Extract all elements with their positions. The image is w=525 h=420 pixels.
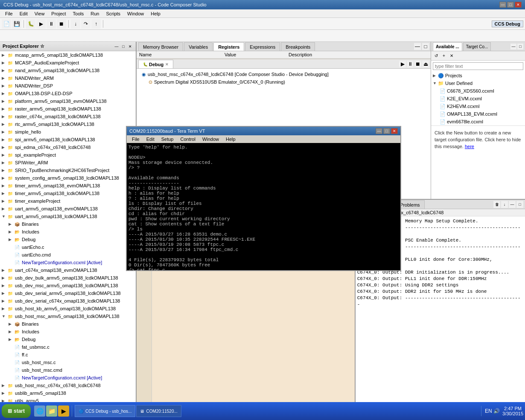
tree-item-usbmsc-binaries[interactable]: ▶📦Binaries (0, 320, 136, 328)
minimize-view-btn[interactable]: — (414, 43, 421, 50)
taskbar-media-btn[interactable]: ▶ (58, 405, 69, 417)
tree-item-raster-c674x[interactable]: ▶📁raster_c674x_omapl138_lcdkOMAPL138 (0, 113, 136, 120)
tree-item-platform[interactable]: ▶📁platform_armv5_omapl138_evmOMAPL138 (0, 97, 136, 105)
filter-input[interactable] (433, 62, 523, 70)
tree-item-usbmsc-includes[interactable]: ▶📂Includes (0, 328, 136, 335)
menu-window[interactable]: Window (124, 10, 147, 17)
targets-k2hevm-item[interactable]: 📄 K2HEVM.ccxml (431, 102, 525, 110)
targets-omapl138-item[interactable]: 📄 OMAPL138_EVM.ccxml (431, 110, 525, 118)
tree-item-uart-binaries[interactable]: ▶📦Binaries (0, 220, 136, 228)
maximize-view-btn[interactable]: □ (422, 43, 429, 50)
tree-item-uart-includes[interactable]: ▶📂Includes (0, 228, 136, 236)
debug-suspend-btn[interactable]: ⏸ (407, 61, 414, 67)
console-min-btn[interactable]: — (509, 201, 516, 208)
tree-item-srio[interactable]: ▶📁SRIO_TputBenchmarkingK2HC66TestProject (0, 166, 136, 174)
tree-item-uart-echo-cmd[interactable]: 📄uartEcho.cmd (0, 251, 136, 259)
clock[interactable]: 2:47 PM 3/30/2015 (502, 406, 523, 416)
tera-term-menu-help[interactable]: Help (222, 136, 239, 142)
tree-item-usb-host-msc-c674x[interactable]: ▶📁usb_host_msc_c674x_c6748_lcdkC6748 (0, 382, 136, 389)
tera-term-close-btn[interactable]: ✕ (391, 128, 398, 134)
tree-item-timer-lcdk[interactable]: ▶📁timer_armv5_omapl138_lcdkOMAPL138 (0, 190, 136, 197)
tab-registers[interactable]: Registers (213, 42, 244, 51)
minimize-button[interactable]: — (499, 2, 506, 8)
tree-item-usb-dev-msc[interactable]: ▶📁usb_dev_msc_armv5_omapl138_lcdkOMAPL13… (0, 282, 136, 289)
targets-evm6678-item[interactable]: 📄 evm6678le.ccxml (431, 118, 525, 125)
tab-expressions[interactable]: Expressions (245, 42, 280, 51)
tree-item-uart-lcdk[interactable]: ▼📁uart_armv5_omapl138_lcdkOMAPL138 (0, 213, 136, 220)
taskbar-ie-btn[interactable]: 🌐 (34, 405, 45, 417)
targets-projects-item[interactable]: ▶ 🔵 Projects (431, 72, 525, 79)
tree-item-fat-usbmsc[interactable]: 📄fat_usbmsc.c (0, 343, 136, 351)
tera-term-menu-control[interactable]: Control (177, 136, 198, 142)
menu-scripts[interactable]: Scripts (102, 10, 124, 17)
tree-item-usb-host-msc-cmd[interactable]: 📄usb_host_msc.cmd (0, 366, 136, 374)
menu-help[interactable]: Help (147, 10, 164, 17)
debug-disconnect-btn[interactable]: ⏏ (422, 61, 429, 67)
close-panel-btn[interactable]: ✕ (127, 44, 133, 50)
taskbar-folder-btn[interactable]: 📁 (46, 405, 57, 417)
console-clear-btn[interactable]: 🗑 (493, 201, 500, 208)
debug-tab-close[interactable]: ✕ (165, 62, 169, 67)
tree-item-spi-armv5[interactable]: ▶📁spi_armv5_omapl138_lcdkOMAPL138 (0, 136, 136, 143)
tab-variables[interactable]: Variables (184, 42, 213, 51)
tera-term-max-btn[interactable]: □ (383, 128, 390, 134)
tree-item-uart-c674x[interactable]: ▶📁uart_c674x_omapl138_evmOMAPL138 (0, 266, 136, 274)
tree-item-syscfg[interactable]: ▶📁system_config_armv5_omapl138_lcdkOMAPL… (0, 174, 136, 182)
tree-item-nandwriter-arm[interactable]: ▶📁NANDWriter_ARM (0, 74, 136, 82)
tree-item-timer-example[interactable]: ▶📁timer_exampleProject (0, 197, 136, 205)
tab-debug[interactable]: 🐛 Debug ✕ (138, 60, 173, 68)
menu-tools[interactable]: Tools (70, 10, 88, 17)
tab-available[interactable]: Available ... (433, 42, 462, 51)
tree-item-usblib[interactable]: ▶📁usblib_armv5_omapl138 (0, 389, 136, 397)
step-return-button[interactable]: ↑ (91, 19, 101, 29)
perspective-ccs-debug[interactable]: CCS Debug (492, 20, 524, 27)
menu-edit[interactable]: Edit (16, 10, 31, 17)
project-tree[interactable]: ▶📁mcasp_armv5_omapl138_lcdkOMAPL138 ▶📁MC… (0, 51, 136, 420)
console-scroll-btn[interactable]: ↓ (501, 201, 508, 208)
close-button[interactable]: ✕ (515, 2, 522, 8)
debug-session-item[interactable]: ◉ usb_host_msc_c674x_c6748_lcdkC6748 [Co… (138, 70, 429, 78)
tree-item-usb-host-msc-c[interactable]: 📄usb_host_msc.c (0, 359, 136, 366)
menu-run[interactable]: Run (87, 10, 102, 17)
debug-emulator-item[interactable]: ⊙ Spectrum Digital XDS510USB Emulator_0/… (138, 78, 429, 86)
debug-stop-btn[interactable]: ⏹ (414, 61, 421, 67)
tree-item-ff-c[interactable]: 📄ff.c (0, 351, 136, 359)
tree-item-usb-host-kb[interactable]: ▶📁usb_host_kb_armv5_omapl138_lcdkOMAPL13… (0, 305, 136, 312)
tree-item-uart-debug[interactable]: ▶📂Debug (0, 236, 136, 243)
pause-button[interactable]: ⏸ (47, 19, 56, 29)
stop-button[interactable]: ⏹ (57, 19, 66, 29)
tree-item-usb-dev-serial-c674x[interactable]: ▶📁usb_dev_serial_c674x_omapl138_lcdkOMAP… (0, 297, 136, 305)
tera-term-menu-edit[interactable]: Edit (143, 136, 158, 142)
available-min-btn[interactable]: — (510, 44, 516, 50)
tree-item-usbmsc-debug[interactable]: ▶📂Debug (0, 335, 136, 343)
taskbar-tera-term-app[interactable]: 🖥 COM20:11520... (136, 405, 181, 417)
taskbar-ccs-app[interactable]: 🔵 CCS Debug - usb_hos... (75, 405, 135, 417)
available-new-btn[interactable]: + (440, 52, 447, 59)
tree-item-usb-dev-bulk[interactable]: ▶📁usb_dev_bulk_armv5_omapl138_lcdkOMAPL1… (0, 274, 136, 282)
maximize-panel-btn[interactable]: □ (120, 44, 126, 50)
debug-resume-btn[interactable]: ▶ (399, 61, 406, 67)
minimize-panel-btn[interactable]: — (114, 44, 120, 50)
tree-item-simple-hello[interactable]: ▶📁simple_hello (0, 128, 136, 136)
targets-k2e-item[interactable]: 📄 K2E_EVM.ccxml (431, 95, 525, 102)
save-button[interactable]: 💾 (12, 19, 21, 29)
tera-term-title-bar[interactable]: COM20:115200baud - Tera Term VT — □ ✕ (127, 127, 400, 135)
tab-target-config[interactable]: Target Co... (463, 42, 491, 51)
run-button[interactable]: ▶ (36, 19, 46, 29)
tree-item-nandwriter-dsp[interactable]: ▶📁NANDWriter_DSP (0, 82, 136, 90)
tree-item-spi-example[interactable]: ▶📁spi_exampleProject (0, 151, 136, 159)
tera-term-min-btn[interactable]: — (376, 128, 382, 134)
tera-term-menu-window[interactable]: Window (199, 136, 222, 142)
step-over-button[interactable]: ↷ (81, 19, 90, 29)
tree-item-uart-evm[interactable]: ▶📁uart_armv5_omapl138_evmOMAPL138 (0, 205, 136, 213)
tree-item-mcasp[interactable]: ▶📁mcasp_armv5_omapl138_lcdkOMAPL138 (0, 51, 136, 59)
tree-item-uart-echo-c[interactable]: 📄uartEcho.c (0, 243, 136, 251)
tree-item-usb-host-msc-armv5[interactable]: ▼📁usb_host_msc_armv5_omapl138_lcdkOMAPL1… (0, 312, 136, 320)
tera-term-menu-file[interactable]: File (128, 136, 143, 142)
debug-button[interactable]: 🐛 (26, 19, 35, 29)
new-button[interactable]: 📄 (2, 19, 11, 29)
targets-c6678-item[interactable]: 📄 C6678_XDS560.ccxml (431, 87, 525, 95)
tree-item-uart-target-cfg[interactable]: 📄NewTargetConfiguration.ccxml [Active] (0, 259, 136, 266)
help-here-link[interactable]: here (465, 144, 474, 149)
menu-view[interactable]: View (31, 10, 48, 17)
